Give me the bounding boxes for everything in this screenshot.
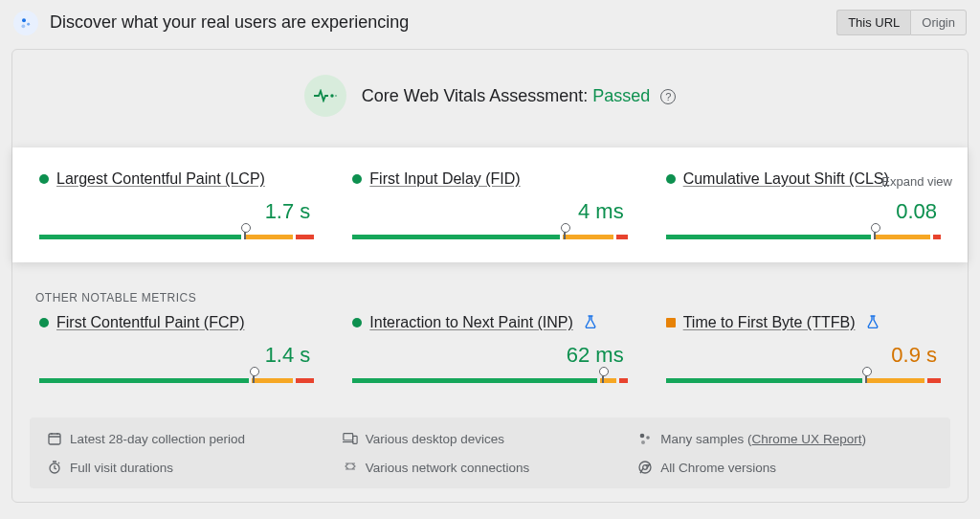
- field-data-icon: [13, 11, 38, 35]
- page-title: Discover what your real users are experi…: [50, 12, 409, 33]
- core-web-vitals-section: Largest Contentful Paint (LCP) 1.7 s Fir…: [12, 147, 968, 262]
- metric-value: 1.4 s: [39, 343, 310, 368]
- svg-point-3: [330, 94, 333, 97]
- footer-collection-period: Latest 28-day collection period: [47, 431, 343, 446]
- footer-text: Various desktop devices: [366, 432, 504, 446]
- metric-lcp: Largest Contentful Paint (LCP) 1.7 s: [39, 170, 314, 245]
- metric-name-link[interactable]: Largest Contentful Paint (LCP): [56, 170, 265, 188]
- status-dot-good: [39, 318, 49, 327]
- distribution-bar: [352, 372, 627, 389]
- network-icon: [343, 460, 358, 475]
- footer-samples: Many samples (Chrome UX Report): [637, 431, 933, 446]
- samples-icon: [637, 431, 653, 446]
- metric-value: 4 ms: [352, 199, 623, 224]
- metric-name-link[interactable]: First Input Delay (FID): [369, 170, 520, 188]
- metric-fid: First Input Delay (FID) 4 ms: [352, 170, 627, 245]
- svg-point-0: [22, 18, 26, 22]
- status-dot-good: [666, 174, 676, 184]
- footer-text: All Chrome versions: [660, 461, 776, 475]
- experimental-icon: [867, 315, 879, 331]
- svg-rect-6: [344, 434, 353, 440]
- status-dot-good: [352, 318, 362, 327]
- metric-name-link[interactable]: Interaction to Next Paint (INP): [369, 314, 573, 331]
- status-dot-good: [352, 174, 362, 184]
- metric-name-link[interactable]: First Contentful Paint (FCP): [56, 314, 245, 331]
- footer-chrome-versions: All Chrome versions: [637, 460, 933, 475]
- svg-point-4: [335, 95, 337, 97]
- assessment-status: Passed: [592, 86, 650, 105]
- svg-point-1: [27, 22, 30, 25]
- devices-icon: [343, 431, 358, 446]
- other-metrics-heading: OTHER NOTABLE METRICS: [12, 291, 968, 314]
- assessment-row: Core Web Vitals Assessment: Passed ?: [12, 61, 968, 138]
- pulse-icon: [304, 75, 346, 117]
- calendar-icon: [47, 431, 62, 446]
- metric-fcp: First Contentful Paint (FCP) 1.4 s: [39, 314, 314, 389]
- field-data-panel: Core Web Vitals Assessment: Passed ? Exp…: [11, 49, 969, 503]
- scope-origin-button[interactable]: Origin: [910, 10, 967, 35]
- status-dot-needs-improvement: [666, 318, 676, 327]
- dataset-details: Latest 28-day collection period Various …: [30, 417, 950, 488]
- metric-value: 0.08: [666, 199, 937, 224]
- footer-text: Full visit durations: [70, 461, 173, 475]
- footer-text: Many samples (Chrome UX Report): [660, 432, 866, 446]
- distribution-bar: [39, 372, 314, 389]
- metric-ttfb: Time to First Byte (TTFB) 0.9 s: [666, 314, 941, 389]
- experimental-icon: [585, 315, 596, 331]
- metric-inp: Interaction to Next Paint (INP) 62 ms: [352, 314, 627, 389]
- help-icon[interactable]: ?: [660, 89, 676, 104]
- status-dot-good: [39, 174, 49, 184]
- metric-value: 62 ms: [352, 343, 623, 368]
- distribution-bar: [666, 372, 941, 389]
- footer-durations: Full visit durations: [47, 460, 343, 475]
- svg-rect-5: [49, 434, 60, 444]
- metric-name-link[interactable]: Cumulative Layout Shift (CLS): [683, 170, 889, 188]
- crux-report-link[interactable]: Chrome UX Report: [752, 432, 862, 446]
- distribution-bar: [666, 228, 941, 245]
- metric-name-link[interactable]: Time to First Byte (TTFB): [683, 314, 856, 331]
- scope-this-url-button[interactable]: This URL: [836, 10, 910, 35]
- chrome-icon: [637, 460, 653, 475]
- assessment-text: Core Web Vitals Assessment: Passed ?: [362, 86, 677, 106]
- svg-point-9: [647, 436, 651, 440]
- footer-text: Various network connections: [366, 461, 530, 475]
- svg-point-10: [641, 440, 645, 444]
- assessment-label: Core Web Vitals Assessment:: [362, 86, 588, 105]
- distribution-bar: [39, 228, 314, 245]
- expand-view-link[interactable]: Expand view: [881, 174, 952, 189]
- stopwatch-icon: [47, 460, 62, 475]
- svg-point-2: [21, 24, 25, 28]
- metric-value: 1.7 s: [39, 199, 310, 224]
- distribution-bar: [352, 228, 627, 245]
- other-metrics-section: First Contentful Paint (FCP) 1.4 s Inter…: [12, 314, 968, 410]
- svg-point-8: [640, 434, 645, 439]
- footer-devices: Various desktop devices: [343, 431, 638, 446]
- footer-text: Latest 28-day collection period: [70, 432, 245, 446]
- metric-value: 0.9 s: [666, 343, 937, 368]
- footer-network: Various network connections: [343, 460, 638, 475]
- scope-toggle: This URL Origin: [836, 10, 967, 35]
